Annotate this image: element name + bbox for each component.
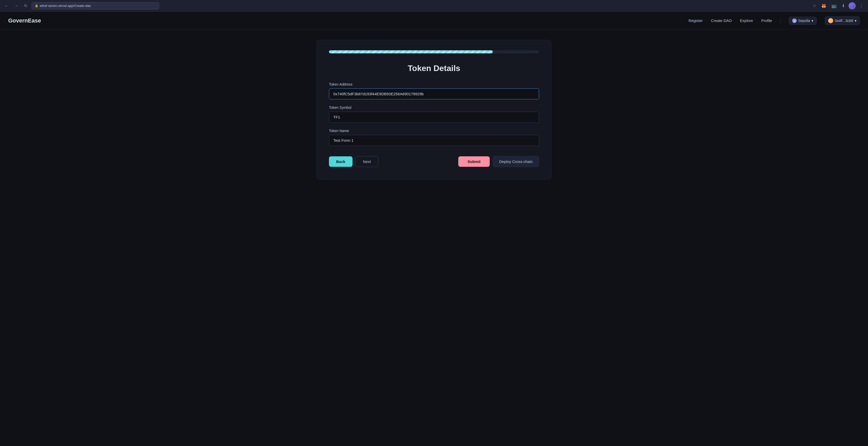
token-symbol-label: Token Symbol	[329, 105, 539, 109]
nav-links: Register Create DAO Explore Profile ♦ Se…	[689, 17, 860, 25]
token-address-input[interactable]	[329, 88, 539, 99]
progress-bar-container	[329, 50, 539, 53]
browser-actions: ☆ 🦊 📺 ⬇ ⋮	[811, 2, 865, 9]
app-logo[interactable]: GovernEase	[8, 18, 41, 24]
browser-chrome: ← → ↻ 🔒 ethsf-seven.vercel.app/Create-da…	[0, 0, 868, 12]
chain-name: Sepolia	[798, 19, 810, 23]
form-title: Token Details	[329, 64, 539, 73]
token-name-label: Token Name	[329, 129, 539, 133]
wallet-dropdown-icon: ▾	[855, 19, 857, 23]
token-name-group: Token Name	[329, 129, 539, 146]
progress-bar-fill	[329, 50, 493, 53]
chain-selector[interactable]: ♦ Sepolia ▾	[789, 17, 817, 25]
token-name-input[interactable]	[329, 135, 539, 146]
wallet-button[interactable]: 0x4F...3cb9 ▾	[825, 17, 860, 25]
eth-icon: ♦	[792, 19, 797, 23]
nav-divider	[780, 18, 781, 23]
nav-explore[interactable]: Explore	[740, 19, 753, 23]
wallet-avatar-icon	[828, 18, 833, 23]
extensions-icon[interactable]: 🦊	[820, 2, 828, 9]
address-bar[interactable]: 🔒 ethsf-seven.vercel.app/Create-dao	[31, 2, 159, 9]
submit-button[interactable]: Submit	[458, 156, 490, 167]
nav-profile[interactable]: Profile	[761, 19, 772, 23]
back-button[interactable]: Back	[329, 156, 352, 167]
cast-icon[interactable]: 📺	[830, 2, 838, 9]
app: GovernEase Register Create DAO Explore P…	[0, 12, 868, 446]
menu-icon[interactable]: ⋮	[858, 2, 865, 9]
nav-create-dao[interactable]: Create DAO	[711, 19, 732, 23]
url-text: ethsf-seven.vercel.app/Create-dao	[40, 4, 91, 8]
forward-nav-button[interactable]: →	[13, 3, 20, 9]
nav-register[interactable]: Register	[689, 19, 703, 23]
bookmark-icon[interactable]: ☆	[811, 2, 818, 9]
next-button[interactable]: Next	[355, 156, 378, 167]
token-symbol-input[interactable]	[329, 112, 539, 123]
buttons-row: Back Next Submit Deploy Cross-chain	[329, 156, 539, 167]
download-icon[interactable]: ⬇	[840, 2, 846, 9]
form-card: Token Details Token Address Token Symbol…	[316, 40, 552, 180]
chain-dropdown-icon: ▾	[811, 19, 813, 23]
token-symbol-group: Token Symbol	[329, 105, 539, 123]
profile-avatar[interactable]	[848, 2, 856, 9]
deploy-crosschain-button[interactable]: Deploy Cross-chain	[493, 156, 539, 167]
wallet-address: 0x4F...3cb9	[835, 19, 853, 23]
navbar: GovernEase Register Create DAO Explore P…	[0, 12, 868, 30]
refresh-nav-button[interactable]: ↻	[23, 2, 29, 9]
back-nav-button[interactable]: ←	[3, 3, 10, 9]
token-address-group: Token Address	[329, 82, 539, 99]
lock-icon: 🔒	[35, 4, 38, 7]
main-content: Token Details Token Address Token Symbol…	[0, 30, 868, 190]
token-address-label: Token Address	[329, 82, 539, 86]
